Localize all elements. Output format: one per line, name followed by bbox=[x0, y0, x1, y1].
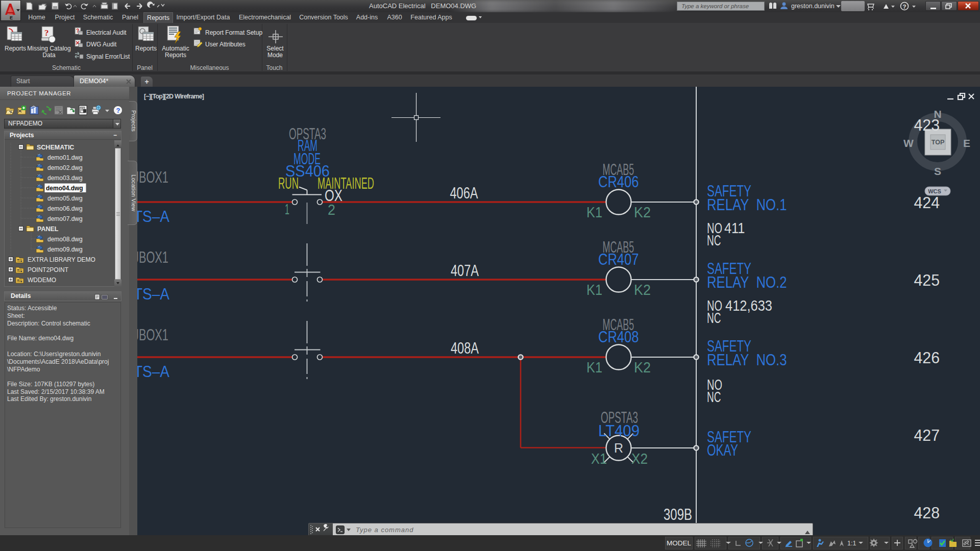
svg-text:demo02.dwg: demo02.dwg bbox=[47, 164, 83, 171]
svg-text:POINT2POINT: POINT2POINT bbox=[28, 266, 69, 273]
svg-text:E: E bbox=[10, 15, 13, 20]
svg-text:demo08.dwg: demo08.dwg bbox=[47, 236, 83, 243]
svg-text:?: ? bbox=[116, 107, 120, 114]
svg-text:?: ? bbox=[903, 4, 906, 10]
svg-text:SCHEMATIC: SCHEMATIC bbox=[37, 144, 74, 151]
svg-text:demo03.dwg: demo03.dwg bbox=[47, 174, 83, 182]
svg-text:greston.dunivin: greston.dunivin bbox=[791, 3, 835, 10]
svg-text:demo01.dwg: demo01.dwg bbox=[47, 154, 83, 161]
svg-text:PANEL: PANEL bbox=[37, 226, 59, 233]
svg-text:?: ? bbox=[44, 28, 49, 38]
svg-text:EXTRA LIBRARY DEMO: EXTRA LIBRARY DEMO bbox=[28, 256, 95, 263]
svg-text:WDDEMO: WDDEMO bbox=[28, 277, 56, 284]
svg-text:demo06.dwg: demo06.dwg bbox=[47, 205, 83, 212]
svg-text:demo04.dwg: demo04.dwg bbox=[46, 185, 83, 192]
svg-text:demo09.dwg: demo09.dwg bbox=[47, 246, 83, 253]
svg-text:demo07.dwg: demo07.dwg bbox=[47, 215, 83, 222]
svg-text:1:1: 1:1 bbox=[847, 540, 856, 547]
svg-text:demo05.dwg: demo05.dwg bbox=[47, 195, 83, 202]
